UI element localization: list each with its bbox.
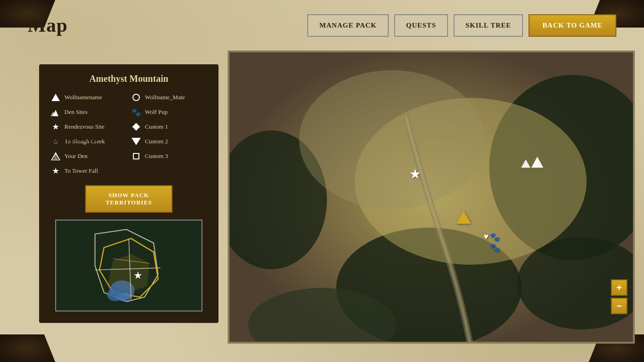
legend-item-wolf-pup: 🐾 Wolf Pup — [131, 107, 207, 117]
circle-outline-icon — [131, 92, 141, 102]
show-territories-button[interactable]: SHOW PACK TERRITORIES — [85, 185, 172, 213]
map-marker-player — [456, 211, 471, 224]
your-den-icon — [51, 151, 61, 161]
legend-label-to-tower: To Tower Fall — [64, 167, 98, 175]
legend-label-wolf-pup: Wolf Pup — [145, 108, 167, 116]
legend-panel: Amethyst Mountain Wolfnamename Wolfname_… — [39, 64, 218, 323]
quests-button[interactable]: QUESTS — [394, 14, 448, 37]
legend-item-wolfname: Wolfnamename — [51, 92, 126, 102]
zoom-out-button[interactable]: − — [611, 298, 627, 314]
den-mountain-icon — [51, 107, 61, 117]
zoom-in-button[interactable]: + — [611, 279, 627, 296]
map-marker-mountain — [521, 157, 543, 168]
diamond-icon — [131, 122, 141, 132]
legend-label-custom3: Custom 3 — [145, 153, 168, 160]
page-title: Map — [28, 14, 68, 36]
triangle-down-icon — [131, 136, 141, 147]
legend-item-to-tower: ★ To Tower Fall — [51, 166, 126, 176]
legend-item-your-den: Your Den — [51, 151, 126, 161]
legend-label-wolfmate: Wolfname_Mate — [145, 94, 185, 101]
map-markers-layer: ★ ♥ 🐾 🐾 — [230, 52, 633, 342]
legend-item-den-sites: Den Sites — [51, 107, 126, 117]
mini-map: ★ — [55, 220, 202, 311]
map-marker-cluster: ♥ 🐾 🐾 — [484, 232, 500, 253]
legend-label-den-sites: Den Sites — [64, 108, 87, 116]
main-map[interactable]: ★ ♥ 🐾 🐾 + − — [228, 51, 635, 344]
back-to-game-button[interactable]: BACK TO GAME — [529, 14, 616, 37]
legend-item-custom2: Custom 2 — [131, 136, 207, 147]
legend-label-wolfname: Wolfnamename — [64, 94, 102, 101]
to-tower-star-icon: ★ — [51, 166, 61, 176]
zoom-controls: + − — [611, 279, 627, 314]
legend-item-rendezvous: ★ Rendezvous Site — [51, 122, 126, 132]
slough-creek-label: Slough Creek — [39, 132, 98, 144]
legend-item-custom1: Custom 1 — [131, 122, 207, 132]
manage-pack-button[interactable]: MANAGE PACK — [307, 14, 388, 37]
legend-item-custom3: Custom 3 — [131, 151, 207, 161]
map-background: ★ ♥ 🐾 🐾 — [230, 52, 633, 342]
legend-label-your-den: Your Den — [64, 153, 87, 160]
legend-title: Amethyst Mountain — [51, 74, 207, 84]
skill-tree-button[interactable]: SKILL TREE — [454, 14, 523, 37]
square-icon — [131, 151, 141, 161]
legend-item-wolfmate: Wolfname_Mate — [131, 92, 207, 102]
mini-map-svg: ★ — [56, 221, 201, 311]
map-marker-star-1: ★ — [409, 167, 421, 181]
header-buttons: MANAGE PACK QUESTS SKILL TREE BACK TO GA… — [307, 14, 616, 37]
legend-label-custom1: Custom 1 — [145, 123, 168, 130]
legend-label-custom2: Custom 2 — [145, 138, 168, 145]
legend-label-rendezvous: Rendezvous Site — [64, 123, 104, 130]
svg-point-10 — [118, 293, 131, 302]
rendezvous-star-icon: ★ — [51, 122, 61, 132]
paw-icon: 🐾 — [131, 107, 141, 117]
wolf-triangle-icon — [51, 92, 61, 102]
svg-text:★: ★ — [133, 270, 143, 281]
header: Map MANAGE PACK QUESTS SKILL TREE BACK T… — [0, 0, 644, 51]
